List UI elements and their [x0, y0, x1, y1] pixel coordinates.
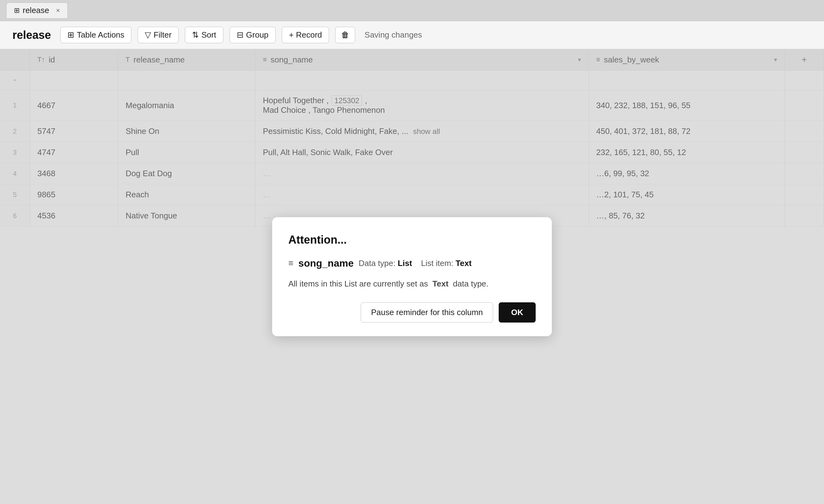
modal-data-type-meta: Data type: List List item: Text [358, 259, 472, 268]
sort-label: Sort [201, 30, 216, 40]
sort-icon: ⇅ [192, 30, 199, 40]
group-label: Group [246, 30, 269, 40]
delete-button[interactable]: 🗑 [335, 27, 355, 43]
modal-actions: Pause reminder for this column OK [288, 302, 536, 322]
pause-reminder-button[interactable]: Pause reminder for this column [361, 302, 493, 322]
trash-icon: 🗑 [341, 30, 349, 39]
group-icon: ⊟ [237, 30, 243, 40]
modal-overlay: Attention... ≡ song_name Data type: List… [0, 49, 824, 504]
page-title: release [12, 28, 51, 41]
modal-desc-highlight: Text [432, 279, 449, 288]
list-item-value: Text [455, 259, 472, 268]
tab-close-button[interactable]: × [56, 7, 60, 15]
attention-modal: Attention... ≡ song_name Data type: List… [272, 217, 552, 336]
data-type-value: List [398, 259, 412, 268]
list-item-label: List item: [421, 259, 453, 268]
table-icon: ⊞ [14, 7, 20, 15]
modal-col-name: song_name [298, 258, 353, 269]
tab-release[interactable]: ⊞ release × [6, 2, 68, 19]
modal-col-type-icon: ≡ [288, 258, 293, 268]
tab-label: release [23, 6, 49, 15]
sort-button[interactable]: ⇅ Sort [185, 27, 223, 43]
modal-col-info: ≡ song_name Data type: List List item: T… [288, 258, 536, 269]
filter-icon: ▽ [145, 30, 151, 40]
tab-bar: ⊞ release × [0, 0, 824, 21]
add-record-button[interactable]: + Record [282, 27, 329, 43]
saving-status: Saving changes [365, 30, 422, 40]
ok-button[interactable]: OK [499, 302, 536, 322]
modal-desc-end: data type. [453, 279, 489, 288]
table-actions-label: Table Actions [77, 30, 124, 40]
group-button[interactable]: ⊟ Group [230, 27, 276, 43]
filter-button[interactable]: ▽ Filter [138, 27, 179, 43]
table-actions-button[interactable]: ⊞ Table Actions [60, 27, 131, 43]
toolbar: release ⊞ Table Actions ▽ Filter ⇅ Sort … [0, 21, 824, 49]
main-content: T↑ id T release_name [0, 49, 824, 504]
filter-label: Filter [153, 30, 172, 40]
modal-desc-text: All items in this List are currently set… [288, 279, 428, 288]
modal-title: Attention... [288, 233, 536, 246]
table-actions-icon: ⊞ [68, 30, 74, 40]
add-record-label: + Record [289, 30, 322, 40]
data-type-label: Data type: [358, 259, 396, 268]
modal-description: All items in this List are currently set… [288, 278, 536, 290]
